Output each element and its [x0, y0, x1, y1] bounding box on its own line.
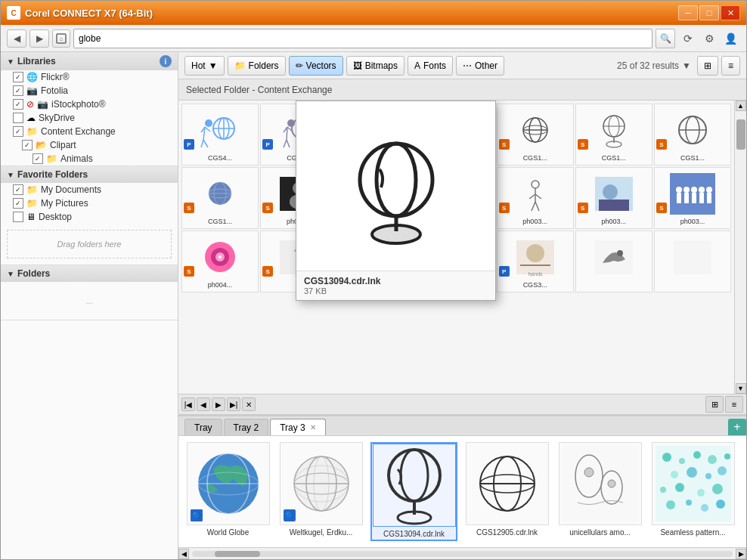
desktop-label: Desktop: [39, 212, 72, 222]
contentexchange-checkbox[interactable]: ✓: [13, 126, 23, 137]
badge-16: S: [262, 266, 273, 277]
vectors-filter-btn[interactable]: ✏ Vectors: [289, 56, 343, 76]
sync-button[interactable]: ⟳: [678, 29, 698, 48]
label-21: [658, 280, 727, 281]
fotolia-checkbox[interactable]: ✓: [13, 85, 23, 96]
thumb-item-14[interactable]: S ph003...: [654, 167, 731, 229]
tray-item-2[interactable]: 🔵 Weltkugel, Erdku...: [277, 442, 364, 541]
scroll-up-btn[interactable]: ▲: [736, 101, 746, 111]
tray-grid-view[interactable]: ⊞: [705, 396, 724, 413]
tray-nav-prev[interactable]: ◀: [197, 398, 210, 411]
sidebar-item-skydrive[interactable]: ☁ SkyDrive: [1, 111, 178, 125]
mypictures-checkbox[interactable]: ✓: [13, 198, 23, 209]
tray-item-3[interactable]: CGS13094.cdr.lnk: [370, 442, 457, 541]
thumb-item-8[interactable]: S CGS1...: [181, 167, 259, 229]
tray-delete-btn[interactable]: ✕: [242, 398, 256, 411]
tray-img-6: [652, 442, 735, 525]
thumb-item-1[interactable]: P CGS4...: [181, 104, 259, 166]
hscroll-thumb[interactable]: [215, 551, 260, 557]
sidebar-item-fotolia[interactable]: ✓ 📷 Fotolia: [1, 84, 178, 97]
libraries-header[interactable]: ▼ Libraries i: [1, 52, 178, 70]
fonts-filter-btn[interactable]: A Fonts: [408, 56, 453, 76]
hscroll-right-btn[interactable]: ▶: [736, 549, 746, 559]
favorites-label: ▼ Favorite Folders: [7, 169, 88, 180]
tray-tab-1[interactable]: Tray: [184, 419, 222, 435]
flickr-checkbox[interactable]: ✓: [13, 72, 23, 82]
sidebar-item-flickr[interactable]: ✓ 🌐 Flickr®: [1, 70, 178, 84]
istockphoto-checkbox[interactable]: ✓: [13, 99, 23, 110]
user-button[interactable]: 👤: [721, 29, 740, 48]
tray-label-6: Seamless pattern...: [649, 525, 736, 537]
scroll-thumb[interactable]: [736, 119, 745, 150]
desktop-checkbox[interactable]: [13, 212, 23, 222]
drag-folders-area[interactable]: Drag folders here: [7, 230, 172, 258]
tray-nav-last[interactable]: ▶|: [227, 398, 240, 411]
grid-scrollbar[interactable]: ▲ ▼: [734, 101, 746, 394]
minimize-button[interactable]: ─: [678, 5, 698, 20]
main-area: ▼ Libraries i ✓ 🌐 Flickr® ✓ 📷 Fotolia: [1, 52, 746, 559]
hscroll-left-btn[interactable]: ◀: [178, 549, 189, 559]
search-input[interactable]: [73, 29, 652, 48]
restore-button[interactable]: □: [699, 5, 719, 20]
clipart-checkbox[interactable]: ✓: [22, 140, 33, 150]
bottom-scrollbar[interactable]: ◀ ▶: [178, 547, 746, 559]
thumb-item-20[interactable]: [575, 230, 652, 292]
hscroll-track: [192, 551, 733, 557]
thumb-item-6[interactable]: S CGS1...: [575, 104, 652, 166]
tray-nav-next[interactable]: ▶: [212, 398, 225, 411]
scroll-down-btn[interactable]: ▼: [736, 383, 746, 394]
tray-item-1[interactable]: 🔵 🔵 World Globe: [184, 442, 271, 541]
sidebar-item-clipart[interactable]: ✓ 📂 Clipart: [1, 138, 178, 152]
tray-list-view[interactable]: ≡: [725, 396, 743, 413]
folders-section: ▼ Folders ...: [1, 265, 178, 320]
thumb-item-13[interactable]: S ph003...: [575, 167, 652, 229]
sidebar-scroll[interactable]: ▼ Libraries i ✓ 🌐 Flickr® ✓ 📷 Fotolia: [1, 52, 178, 559]
sidebar-item-mypictures[interactable]: ✓ 📁 My Pictures: [1, 196, 178, 210]
sidebar-item-istockphoto[interactable]: ✓ ⊘ 📷 iStockphoto®: [1, 97, 178, 111]
animals-checkbox[interactable]: ✓: [33, 153, 43, 164]
folders-filter-btn[interactable]: 📁 Folders: [228, 56, 286, 76]
sidebar-item-mydocs[interactable]: ✓ 📁 My Documents: [1, 183, 178, 196]
favorites-header[interactable]: ▼ Favorite Folders: [1, 166, 178, 183]
svg-point-6: [205, 119, 212, 127]
list-view-btn[interactable]: ≡: [721, 56, 740, 76]
thumb-item-12[interactable]: S ph003...: [497, 167, 574, 229]
tray-tab-close[interactable]: ✕: [310, 423, 316, 432]
home-button[interactable]: ⌂: [52, 29, 70, 48]
back-button[interactable]: ◀: [7, 29, 26, 48]
tray-tab-2[interactable]: Tray 2: [224, 419, 269, 435]
libraries-info[interactable]: i: [160, 55, 172, 67]
folders-header[interactable]: ▼ Folders: [1, 265, 178, 282]
thumb-item-21[interactable]: [654, 230, 731, 292]
mydocs-checkbox[interactable]: ✓: [13, 184, 23, 195]
tray-label-4: CGS12905.cdr.lnk: [463, 525, 550, 537]
forward-button[interactable]: ▶: [29, 29, 49, 48]
thumb-item-7[interactable]: S CGS1...: [654, 104, 731, 166]
thumb-item-15[interactable]: S ph004...: [181, 230, 259, 292]
clipart-label: Clipart: [50, 140, 76, 150]
tray-tab-3[interactable]: Tray 3 ✕: [270, 419, 326, 435]
tray-nav-first[interactable]: |◀: [181, 398, 195, 411]
hot-dropdown[interactable]: Hot ▼: [184, 56, 225, 76]
tray-add-button[interactable]: +: [728, 419, 746, 435]
sidebar-item-animals[interactable]: ✓ 📁 Animals: [1, 152, 178, 166]
grid-view-btn[interactable]: ⊞: [697, 56, 718, 76]
bitmaps-filter-btn[interactable]: 🖼 Bitmaps: [346, 56, 404, 76]
other-filter-btn[interactable]: ⋯ Other: [456, 56, 504, 76]
thumb-item-19[interactable]: hands P CGS3...: [497, 230, 574, 292]
settings-button[interactable]: ⚙: [699, 29, 719, 48]
search-button[interactable]: 🔍: [656, 29, 675, 48]
tray-item-6[interactable]: Seamless pattern...: [649, 442, 736, 541]
svg-point-54: [532, 181, 539, 188]
skydrive-checkbox[interactable]: [13, 113, 23, 123]
sidebar-item-desktop[interactable]: 🖥 Desktop: [1, 210, 178, 224]
tray-item-5[interactable]: unicellulars amo...: [556, 442, 643, 541]
thumb-img-21: [666, 234, 719, 280]
tray-img-1: 🔵 🔵: [187, 442, 270, 525]
tray-item-4[interactable]: CGS12905.cdr.lnk: [463, 442, 550, 541]
close-button[interactable]: ✕: [721, 5, 740, 20]
grid-scroll-area[interactable]: P CGS4... P CGS4...: [178, 101, 734, 394]
thumb-item-5[interactable]: S CGS1...: [497, 104, 574, 166]
tray-content[interactable]: 🔵 🔵 World Globe: [178, 436, 746, 547]
sidebar-item-contentexchange[interactable]: ✓ 📁 Content Exchange: [1, 125, 178, 138]
